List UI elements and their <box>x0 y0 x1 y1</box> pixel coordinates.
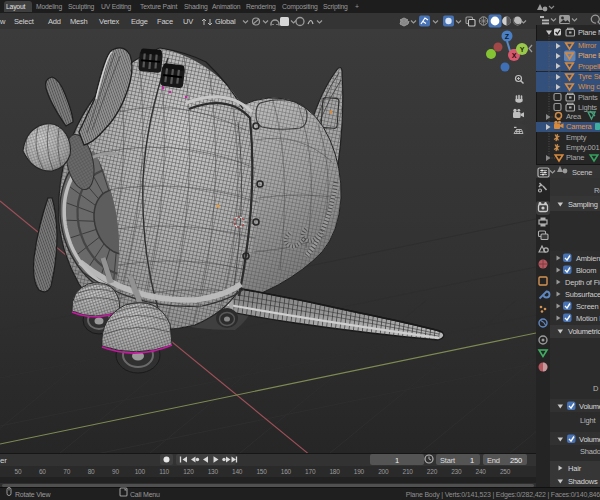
svg-text:Y: Y <box>520 46 525 53</box>
svg-text:Z: Z <box>505 33 510 40</box>
svg-text:X: X <box>512 52 517 59</box>
